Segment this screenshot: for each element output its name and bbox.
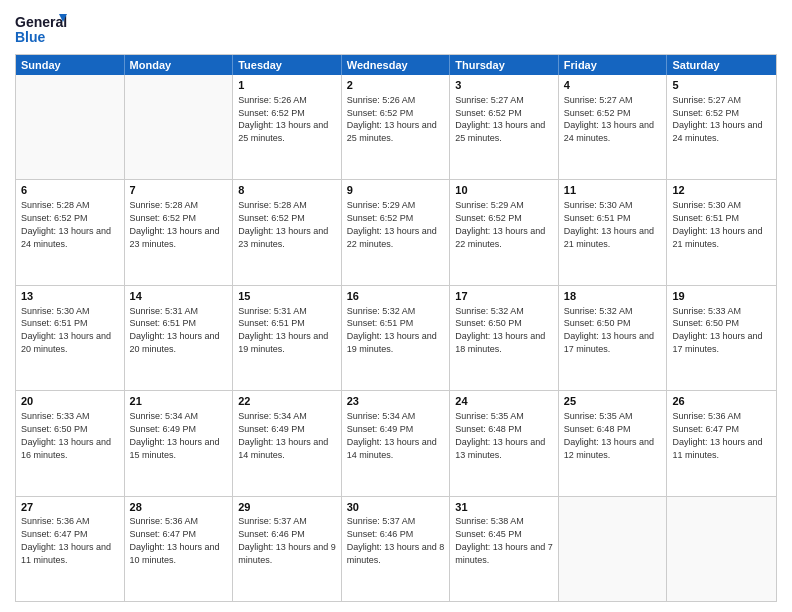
cell-info: Sunrise: 5:29 AMSunset: 6:52 PMDaylight:… [455,200,545,248]
day-number: 27 [21,500,119,515]
day-number: 6 [21,183,119,198]
day-cell-25: 25Sunrise: 5:35 AMSunset: 6:48 PMDayligh… [559,391,668,495]
logo: General Blue [15,10,70,48]
day-cell-9: 9Sunrise: 5:29 AMSunset: 6:52 PMDaylight… [342,180,451,284]
cell-info: Sunrise: 5:35 AMSunset: 6:48 PMDaylight:… [564,411,654,459]
header-day-sunday: Sunday [16,55,125,75]
day-number: 4 [564,78,662,93]
day-number: 9 [347,183,445,198]
week-row-2: 6Sunrise: 5:28 AMSunset: 6:52 PMDaylight… [16,180,776,285]
cell-info: Sunrise: 5:32 AMSunset: 6:50 PMDaylight:… [455,306,545,354]
day-cell-7: 7Sunrise: 5:28 AMSunset: 6:52 PMDaylight… [125,180,234,284]
day-cell-23: 23Sunrise: 5:34 AMSunset: 6:49 PMDayligh… [342,391,451,495]
day-number: 29 [238,500,336,515]
header: General Blue [15,10,777,48]
cell-info: Sunrise: 5:33 AMSunset: 6:50 PMDaylight:… [672,306,762,354]
day-cell-10: 10Sunrise: 5:29 AMSunset: 6:52 PMDayligh… [450,180,559,284]
empty-cell [667,497,776,601]
day-number: 31 [455,500,553,515]
cell-info: Sunrise: 5:32 AMSunset: 6:51 PMDaylight:… [347,306,437,354]
day-cell-5: 5Sunrise: 5:27 AMSunset: 6:52 PMDaylight… [667,75,776,179]
cell-info: Sunrise: 5:28 AMSunset: 6:52 PMDaylight:… [130,200,220,248]
day-cell-6: 6Sunrise: 5:28 AMSunset: 6:52 PMDaylight… [16,180,125,284]
cell-info: Sunrise: 5:26 AMSunset: 6:52 PMDaylight:… [238,95,328,143]
day-cell-12: 12Sunrise: 5:30 AMSunset: 6:51 PMDayligh… [667,180,776,284]
logo-svg: General Blue [15,10,70,48]
cell-info: Sunrise: 5:31 AMSunset: 6:51 PMDaylight:… [130,306,220,354]
day-number: 30 [347,500,445,515]
svg-text:Blue: Blue [15,29,46,45]
day-cell-24: 24Sunrise: 5:35 AMSunset: 6:48 PMDayligh… [450,391,559,495]
cell-info: Sunrise: 5:35 AMSunset: 6:48 PMDaylight:… [455,411,545,459]
calendar-body: 1Sunrise: 5:26 AMSunset: 6:52 PMDaylight… [16,75,776,601]
day-cell-17: 17Sunrise: 5:32 AMSunset: 6:50 PMDayligh… [450,286,559,390]
day-number: 20 [21,394,119,409]
cell-info: Sunrise: 5:26 AMSunset: 6:52 PMDaylight:… [347,95,437,143]
week-row-4: 20Sunrise: 5:33 AMSunset: 6:50 PMDayligh… [16,391,776,496]
cell-info: Sunrise: 5:34 AMSunset: 6:49 PMDaylight:… [238,411,328,459]
day-number: 19 [672,289,771,304]
day-number: 11 [564,183,662,198]
cell-info: Sunrise: 5:37 AMSunset: 6:46 PMDaylight:… [238,516,336,564]
day-number: 3 [455,78,553,93]
day-number: 18 [564,289,662,304]
day-number: 12 [672,183,771,198]
cell-info: Sunrise: 5:30 AMSunset: 6:51 PMDaylight:… [672,200,762,248]
day-cell-19: 19Sunrise: 5:33 AMSunset: 6:50 PMDayligh… [667,286,776,390]
header-day-wednesday: Wednesday [342,55,451,75]
cell-info: Sunrise: 5:27 AMSunset: 6:52 PMDaylight:… [455,95,545,143]
cell-info: Sunrise: 5:28 AMSunset: 6:52 PMDaylight:… [21,200,111,248]
day-cell-14: 14Sunrise: 5:31 AMSunset: 6:51 PMDayligh… [125,286,234,390]
day-number: 14 [130,289,228,304]
day-cell-2: 2Sunrise: 5:26 AMSunset: 6:52 PMDaylight… [342,75,451,179]
day-cell-8: 8Sunrise: 5:28 AMSunset: 6:52 PMDaylight… [233,180,342,284]
header-day-thursday: Thursday [450,55,559,75]
day-cell-18: 18Sunrise: 5:32 AMSunset: 6:50 PMDayligh… [559,286,668,390]
day-number: 28 [130,500,228,515]
day-number: 23 [347,394,445,409]
cell-info: Sunrise: 5:32 AMSunset: 6:50 PMDaylight:… [564,306,654,354]
cell-info: Sunrise: 5:37 AMSunset: 6:46 PMDaylight:… [347,516,445,564]
day-number: 21 [130,394,228,409]
day-cell-4: 4Sunrise: 5:27 AMSunset: 6:52 PMDaylight… [559,75,668,179]
cell-info: Sunrise: 5:36 AMSunset: 6:47 PMDaylight:… [21,516,111,564]
day-cell-22: 22Sunrise: 5:34 AMSunset: 6:49 PMDayligh… [233,391,342,495]
day-number: 13 [21,289,119,304]
day-cell-16: 16Sunrise: 5:32 AMSunset: 6:51 PMDayligh… [342,286,451,390]
day-number: 22 [238,394,336,409]
day-cell-30: 30Sunrise: 5:37 AMSunset: 6:46 PMDayligh… [342,497,451,601]
day-number: 1 [238,78,336,93]
cell-info: Sunrise: 5:27 AMSunset: 6:52 PMDaylight:… [672,95,762,143]
day-number: 10 [455,183,553,198]
header-day-friday: Friday [559,55,668,75]
cell-info: Sunrise: 5:33 AMSunset: 6:50 PMDaylight:… [21,411,111,459]
empty-cell [16,75,125,179]
empty-cell [559,497,668,601]
cell-info: Sunrise: 5:29 AMSunset: 6:52 PMDaylight:… [347,200,437,248]
day-number: 7 [130,183,228,198]
day-cell-21: 21Sunrise: 5:34 AMSunset: 6:49 PMDayligh… [125,391,234,495]
day-number: 25 [564,394,662,409]
calendar-header: SundayMondayTuesdayWednesdayThursdayFrid… [16,55,776,75]
day-number: 5 [672,78,771,93]
day-number: 26 [672,394,771,409]
day-cell-27: 27Sunrise: 5:36 AMSunset: 6:47 PMDayligh… [16,497,125,601]
day-cell-28: 28Sunrise: 5:36 AMSunset: 6:47 PMDayligh… [125,497,234,601]
empty-cell [125,75,234,179]
cell-info: Sunrise: 5:36 AMSunset: 6:47 PMDaylight:… [672,411,762,459]
header-day-monday: Monday [125,55,234,75]
week-row-3: 13Sunrise: 5:30 AMSunset: 6:51 PMDayligh… [16,286,776,391]
header-day-saturday: Saturday [667,55,776,75]
day-cell-3: 3Sunrise: 5:27 AMSunset: 6:52 PMDaylight… [450,75,559,179]
day-number: 2 [347,78,445,93]
header-day-tuesday: Tuesday [233,55,342,75]
day-cell-29: 29Sunrise: 5:37 AMSunset: 6:46 PMDayligh… [233,497,342,601]
calendar: SundayMondayTuesdayWednesdayThursdayFrid… [15,54,777,602]
day-number: 17 [455,289,553,304]
day-cell-26: 26Sunrise: 5:36 AMSunset: 6:47 PMDayligh… [667,391,776,495]
day-cell-31: 31Sunrise: 5:38 AMSunset: 6:45 PMDayligh… [450,497,559,601]
day-cell-20: 20Sunrise: 5:33 AMSunset: 6:50 PMDayligh… [16,391,125,495]
day-number: 8 [238,183,336,198]
cell-info: Sunrise: 5:34 AMSunset: 6:49 PMDaylight:… [130,411,220,459]
cell-info: Sunrise: 5:36 AMSunset: 6:47 PMDaylight:… [130,516,220,564]
